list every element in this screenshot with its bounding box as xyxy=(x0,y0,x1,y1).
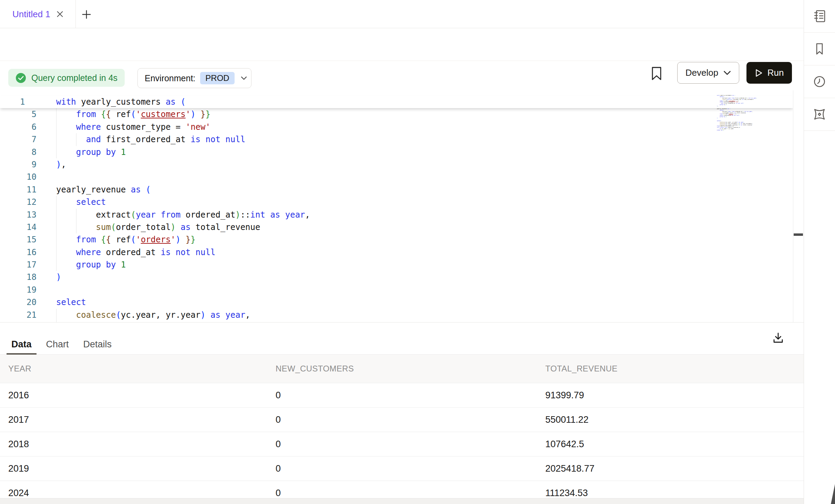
download-icon[interactable] xyxy=(769,329,787,347)
code-line-10[interactable]: 10 xyxy=(0,171,793,183)
app-window: Untitled 1 Develop Run xyxy=(0,0,835,504)
line-number: 14 xyxy=(0,221,37,233)
environment-label: Environment: xyxy=(145,73,195,83)
run-label: Run xyxy=(767,67,784,78)
column-header: YEAR xyxy=(8,364,276,374)
line-number: 18 xyxy=(0,271,37,283)
table-cell: 107642.5 xyxy=(545,439,804,450)
develop-label: Develop xyxy=(685,67,718,78)
sidebar-item-explore[interactable] xyxy=(804,98,835,131)
line-number: 20 xyxy=(0,296,37,308)
close-icon[interactable] xyxy=(56,10,64,18)
code-line-17[interactable]: 17 group by 1 xyxy=(0,259,793,271)
table-cell: 2019 xyxy=(8,463,276,474)
code-line-8[interactable]: 8 group by 1 xyxy=(0,146,793,158)
line-number: 7 xyxy=(0,133,37,146)
results-panel: DataChartDetails YEARNEW_CUSTOMERSTOTAL_… xyxy=(0,322,804,504)
minimap-line: order by 1 xyxy=(717,130,769,131)
chevron-down-icon xyxy=(241,76,247,81)
line-number: 17 xyxy=(0,259,37,271)
table-cell: 0 xyxy=(276,390,545,401)
sidebar-item-bookmark[interactable] xyxy=(804,33,835,65)
explore-icon xyxy=(812,106,827,122)
code-line-5[interactable]: 5 from {{ ref('customers') }} xyxy=(0,108,793,120)
line-number: 12 xyxy=(0,196,37,208)
line-number: 5 xyxy=(0,108,37,120)
tab-untitled-1[interactable]: Untitled 1 xyxy=(0,0,76,28)
minimap[interactable]: with yearly_customers as ( select extrac… xyxy=(717,95,769,134)
line-number: 15 xyxy=(0,233,37,246)
line-number: 19 xyxy=(0,284,37,296)
notebook-icon xyxy=(812,9,827,24)
table-cell: 2018 xyxy=(8,439,276,450)
line-number: 1 xyxy=(0,96,25,108)
play-icon xyxy=(755,69,763,77)
code-line-11[interactable]: 11yearly_revenue as ( xyxy=(0,183,793,196)
data-table: 2016091399.7920170550011.2220180107642.5… xyxy=(0,383,804,504)
line-number: 16 xyxy=(0,246,37,259)
table-cell: 111234.53 xyxy=(545,488,804,498)
check-circle-icon xyxy=(16,73,26,83)
plus-icon[interactable] xyxy=(81,9,92,20)
code-line-14[interactable]: 14 sum(order_total) as total_revenue xyxy=(0,221,793,233)
table-cell: 0 xyxy=(276,439,545,450)
code-line-12[interactable]: 12 select xyxy=(0,196,793,208)
code-line-9[interactable]: 9), xyxy=(0,158,793,171)
tab-chart[interactable]: Chart xyxy=(41,334,74,355)
table-cell: 0 xyxy=(276,488,545,498)
column-header: NEW_CUSTOMERS xyxy=(276,364,545,374)
code-line-19[interactable]: 19 xyxy=(0,284,793,296)
line-number: 9 xyxy=(0,158,37,171)
column-header: TOTAL_REVENUE xyxy=(545,364,804,374)
code-scroll-area[interactable]: 5 from {{ ref('customers') }}6 where cus… xyxy=(0,108,793,322)
code-line-1[interactable]: 1with yearly_customers as ( xyxy=(0,96,793,108)
table-row[interactable]: 20180107642.5 xyxy=(0,432,804,456)
code-line-13[interactable]: 13 extract(year from ordered_at)::int as… xyxy=(0,209,793,221)
sticky-code-line[interactable]: 1with yearly_customers as ( xyxy=(0,96,793,108)
table-cell: 2016 xyxy=(8,390,276,401)
sidebar-item-notebook[interactable] xyxy=(804,0,835,33)
develop-button[interactable]: Develop xyxy=(677,62,739,84)
table-cell: 2025418.77 xyxy=(545,463,804,474)
tab-label: Untitled 1 xyxy=(12,9,50,20)
line-number: 13 xyxy=(0,209,37,221)
table-cell: 91399.79 xyxy=(545,390,804,401)
resize-grip[interactable] xyxy=(831,484,835,504)
tab-data[interactable]: Data xyxy=(7,334,37,355)
sidebar-item-history[interactable] xyxy=(804,65,835,98)
toolbar: Develop Run xyxy=(0,28,804,61)
line-number: 21 xyxy=(0,309,37,321)
environment-value-badge: PROD xyxy=(200,72,234,84)
code-line-20[interactable]: 20select xyxy=(0,296,793,308)
code-line-21[interactable]: 21 coalesce(yc.year, yr.year) as year, xyxy=(0,309,793,321)
line-number: 6 xyxy=(0,121,37,133)
table-header-row: YEARNEW_CUSTOMERSTOTAL_REVENUE xyxy=(0,355,804,383)
tab-details[interactable]: Details xyxy=(79,334,117,355)
environment-selector[interactable]: Environment: PROD xyxy=(137,68,251,88)
sql-editor[interactable]: 1with yearly_customers as ( 5 from {{ re… xyxy=(0,90,793,322)
table-cell: 2024 xyxy=(8,488,276,498)
bookmark-icon xyxy=(812,41,827,56)
query-status-badge: Query completed in 4s xyxy=(8,69,125,87)
bookmark-icon[interactable] xyxy=(649,65,664,82)
history-icon xyxy=(812,74,827,89)
code-line-15[interactable]: 15 from {{ ref('orders') }} xyxy=(0,233,793,246)
line-number: 8 xyxy=(0,146,37,158)
table-row[interactable]: 201902025418.77 xyxy=(0,456,804,481)
code-line-7[interactable]: 7 and first_ordered_at is not null xyxy=(0,133,793,146)
code-line-18[interactable]: 18) xyxy=(0,271,793,283)
tab-bar: Untitled 1 xyxy=(0,0,804,28)
table-cell: 2017 xyxy=(8,414,276,425)
horizontal-scrollbar-track[interactable] xyxy=(0,498,804,504)
run-button[interactable]: Run xyxy=(746,62,792,84)
editor-scrollbar-thumb[interactable] xyxy=(794,233,803,236)
table-row[interactable]: 20170550011.22 xyxy=(0,408,804,432)
right-sidebar xyxy=(804,0,835,504)
line-number: 11 xyxy=(0,183,37,196)
table-cell: 550011.22 xyxy=(545,414,804,425)
code-line-6[interactable]: 6 where customer_type = 'new' xyxy=(0,121,793,133)
query-status-text: Query completed in 4s xyxy=(31,73,117,83)
chevron-down-icon xyxy=(723,71,731,75)
code-line-16[interactable]: 16 where ordered_at is not null xyxy=(0,246,793,259)
table-row[interactable]: 2016091399.79 xyxy=(0,383,804,408)
